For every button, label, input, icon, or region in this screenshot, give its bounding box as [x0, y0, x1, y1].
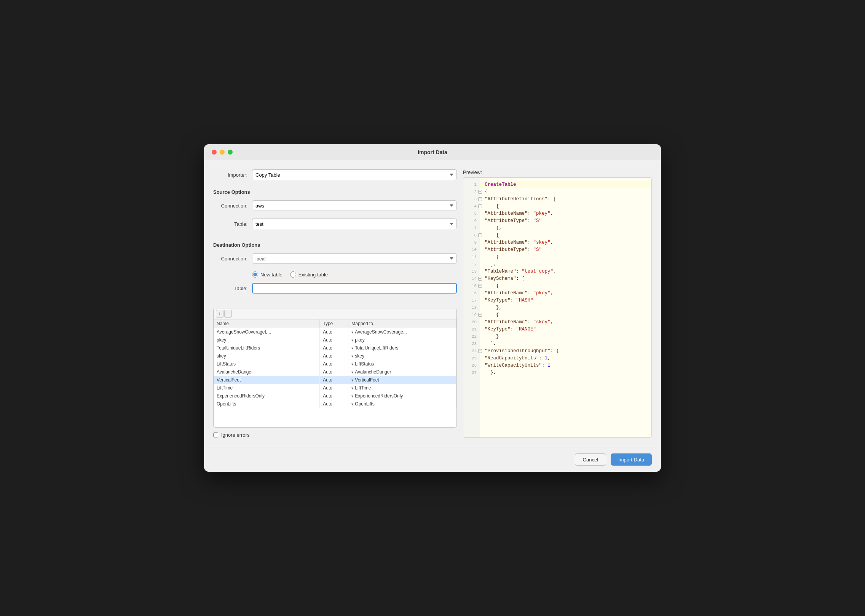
line-number: 18 [463, 304, 480, 311]
import-button[interactable]: Import Data [611, 453, 652, 466]
radio-new-table[interactable]: New table [252, 271, 282, 278]
cell-name: AverageSnowCoverageL... [214, 328, 320, 336]
code-line: "TableName": "test_copy", [480, 268, 651, 275]
code-line: CreateTable [480, 181, 651, 188]
table-header-row: Name Type Mapped to [214, 319, 456, 328]
table-row[interactable]: LiftTimeAuto▾LiftTime [214, 384, 456, 392]
source-table-select[interactable]: test [252, 219, 457, 229]
code-line: }, [480, 369, 651, 376]
line-number: 7 [463, 224, 480, 231]
line-number: 25 [463, 354, 480, 362]
cell-name: LiftStatus [214, 360, 320, 368]
cancel-button[interactable]: Cancel [575, 453, 606, 466]
ignore-errors-row: Ignore errors [213, 432, 457, 438]
cell-type[interactable]: Auto [320, 360, 348, 368]
radio-new-table-input[interactable] [252, 271, 258, 278]
cell-type[interactable]: Auto [320, 336, 348, 344]
cell-type[interactable]: Auto [320, 376, 348, 384]
code-line: "AttributeType": "S" [480, 246, 651, 253]
radio-group: New table Existing table [252, 271, 457, 278]
minimize-button[interactable] [220, 150, 225, 155]
code-line: ], [480, 260, 651, 268]
table-row[interactable]: ExperiencedRidersOnlyAuto▾ExperiencedRid… [214, 392, 456, 400]
table-row[interactable]: OpenLiftsAuto▾OpenLifts [214, 400, 456, 408]
cell-type[interactable]: Auto [320, 328, 348, 336]
col-type: Type [320, 319, 348, 328]
line-number: 2− [463, 188, 480, 195]
line-number: 24− [463, 347, 480, 354]
source-connection-select[interactable]: aws [252, 200, 457, 211]
code-line: { [480, 282, 651, 289]
radio-existing-table[interactable]: Existing table [290, 271, 328, 278]
maximize-button[interactable] [228, 150, 233, 155]
cell-mapped: ▾AverageSnowCoverage... [348, 328, 456, 336]
cell-type[interactable]: Auto [320, 368, 348, 376]
table-row[interactable]: LiftStatusAuto▾LiftStatus [214, 360, 456, 368]
importer-select[interactable]: Copy Table [252, 169, 457, 180]
line-number: 3− [463, 195, 480, 203]
fold-icon[interactable]: − [478, 284, 482, 288]
cell-type[interactable]: Auto [320, 352, 348, 360]
ignore-errors-label: Ignore errors [221, 432, 249, 438]
fold-icon[interactable]: − [478, 313, 482, 317]
line-number: 4− [463, 203, 480, 210]
table-row[interactable]: pkeyAuto▾pkey [214, 336, 456, 344]
source-options-section: Source Options Connection: aws Table: te… [213, 188, 457, 237]
cell-mapped: ▾VerticalFeet [348, 376, 456, 384]
code-lines: CreateTable{ "AttributeDefinitions": [ {… [480, 178, 651, 437]
dest-table-input[interactable]: test_copy [252, 283, 457, 294]
code-line: } [480, 253, 651, 260]
table-row[interactable]: AvalancheDangerAuto▾AvalancheDanger [214, 368, 456, 376]
ignore-errors-checkbox[interactable] [213, 432, 218, 437]
line-number: 5 [463, 210, 480, 217]
line-number: 17 [463, 297, 480, 304]
line-number: 22 [463, 333, 480, 340]
cell-mapped: ▾OpenLifts [348, 400, 456, 408]
radio-existing-table-input[interactable] [290, 271, 296, 278]
destination-options-section: Destination Options Connection: local Ne… [213, 241, 457, 301]
col-name: Name [214, 319, 320, 328]
code-line: "KeySchema": [ [480, 275, 651, 282]
fold-icon[interactable]: − [478, 197, 482, 201]
line-number: 10 [463, 246, 480, 253]
code-line: { [480, 188, 651, 195]
line-number: 23 [463, 340, 480, 347]
fold-icon[interactable]: − [478, 349, 482, 353]
code-line: "ReadCapacityUnits": 1, [480, 354, 651, 362]
cell-type[interactable]: Auto [320, 400, 348, 408]
cell-mapped: ▾skey [348, 352, 456, 360]
remove-row-button[interactable]: − [224, 310, 232, 318]
table-row[interactable]: AverageSnowCoverageL...Auto▾AverageSnowC… [214, 328, 456, 336]
fold-icon[interactable]: − [478, 277, 482, 281]
footer: Cancel Import Data [204, 447, 661, 472]
table-body: AverageSnowCoverageL...Auto▾AverageSnowC… [214, 328, 456, 408]
cell-name: pkey [214, 336, 320, 344]
title-bar: Import Data [204, 144, 661, 160]
preview-label: Preview: [463, 169, 652, 175]
code-line: "AttributeName": "pkey", [480, 210, 651, 217]
cell-type[interactable]: Auto [320, 344, 348, 352]
fold-icon[interactable]: − [478, 204, 482, 208]
table-row[interactable]: VerticalFeetAuto▾VerticalFeet [214, 376, 456, 384]
cell-type[interactable]: Auto [320, 392, 348, 400]
cell-mapped: ▾AvalancheDanger [348, 368, 456, 376]
table-row[interactable]: TotalUniqueLiftRidersAuto▾TotalUniqueLif… [214, 344, 456, 352]
radio-new-table-label: New table [260, 272, 282, 278]
fold-icon[interactable]: − [478, 190, 482, 194]
cell-type[interactable]: Auto [320, 384, 348, 392]
attribute-table-container: + − Name Type Mapped to AverageSnowCover… [213, 308, 457, 428]
table-row[interactable]: skeyAuto▾skey [214, 352, 456, 360]
import-dialog: Import Data Importer: Copy Table Source … [204, 144, 661, 472]
dest-connection-row: Connection: local [213, 253, 457, 264]
cell-name: AvalancheDanger [214, 368, 320, 376]
dest-connection-select[interactable]: local [252, 253, 457, 264]
close-button[interactable] [212, 150, 217, 155]
code-line: }, [480, 224, 651, 231]
code-line: { [480, 203, 651, 210]
add-row-button[interactable]: + [216, 310, 223, 318]
code-line: "WriteCapacityUnits": 1 [480, 362, 651, 369]
line-number: 13 [463, 268, 480, 275]
line-number: 6 [463, 217, 480, 224]
fold-icon[interactable]: − [478, 233, 482, 237]
line-number: 27 [463, 369, 480, 376]
